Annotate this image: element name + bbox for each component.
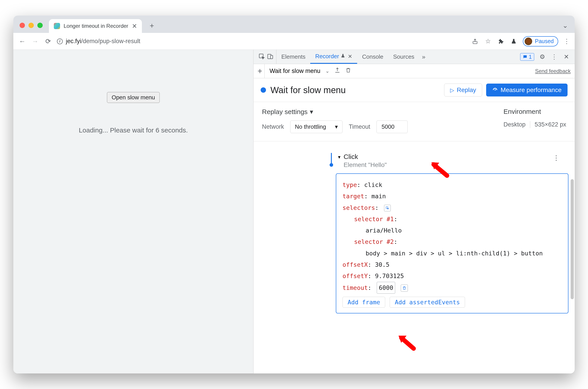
timeout-label: Timeout — [349, 123, 370, 130]
replay-button[interactable]: Replay — [444, 84, 482, 97]
tab-sources[interactable]: Sources — [388, 50, 419, 64]
prop-key-sel2: selector #2 — [354, 238, 394, 245]
prop-val-type[interactable]: click — [364, 181, 382, 188]
toolbar-right: ☆ Paused ⋮ — [471, 36, 570, 46]
svg-rect-3 — [271, 55, 273, 59]
new-recording-button[interactable]: + — [258, 64, 265, 78]
back-button[interactable]: ← — [18, 37, 26, 45]
recorder-header: Wait for slow menu Replay Measure perfor… — [253, 78, 575, 102]
share-icon[interactable] — [471, 37, 479, 45]
devtools-menu-icon[interactable]: ⋮ — [550, 53, 558, 61]
env-device: Desktop — [504, 121, 525, 128]
env-size: 535×622 px — [530, 121, 566, 128]
inspect-element-icon[interactable] — [258, 53, 265, 61]
issues-count: 1 — [529, 54, 532, 60]
favicon-icon — [54, 23, 60, 29]
delete-timeout-icon[interactable] — [401, 285, 408, 292]
browser-menu-button[interactable]: ⋮ — [563, 37, 570, 45]
pick-selector-icon[interactable] — [384, 205, 391, 211]
window-controls — [18, 23, 47, 33]
profile-paused-badge[interactable]: Paused — [523, 36, 558, 46]
recorder-steps-area: ▾ Click Element "Hello" ⋮ type: click ta… — [253, 141, 575, 373]
export-recording-icon[interactable] — [334, 67, 341, 75]
prop-key-offx: offsetX — [343, 261, 368, 268]
environment-title: Environment — [504, 108, 566, 115]
recorder-title: Wait for slow menu — [271, 85, 444, 95]
page-viewport: Open slow menu Loading... Please wait fo… — [13, 50, 253, 373]
recording-name[interactable]: Wait for slow menu — [270, 67, 320, 74]
network-throttling-select[interactable]: No throttling ▾ — [290, 121, 343, 133]
experiments-flask-icon[interactable] — [510, 37, 518, 45]
prop-val-offy[interactable]: 9.703125 — [375, 272, 404, 279]
prop-val-sel2[interactable]: body > main > div > ul > li:nth-child(1)… — [366, 250, 543, 257]
url-host: jec.fyi — [66, 38, 81, 44]
step-timeout-input[interactable]: 6000 — [377, 282, 395, 294]
reload-button[interactable]: ⟳ — [44, 37, 52, 45]
environment-block: Environment Desktop 535×622 px — [504, 108, 566, 133]
devtools-panel: Elements Recorder ✕ Console Sources » 1 — [253, 50, 575, 373]
prop-key-target: target — [343, 193, 364, 200]
prop-key-offy: offsetY — [343, 272, 368, 279]
prop-key-type: type — [343, 181, 357, 188]
browser-window: Longer timeout in Recorder ✕ + ⌄ ← → ⟳ i… — [13, 16, 575, 373]
forward-button[interactable]: → — [31, 37, 39, 45]
scrollbar[interactable] — [571, 179, 574, 299]
more-tabs-button[interactable]: » — [419, 53, 428, 61]
caret-down-icon: ▾ — [338, 154, 341, 160]
send-feedback-link[interactable]: Send feedback — [535, 68, 571, 74]
prop-val-sel1[interactable]: aria/Hello — [366, 227, 402, 234]
open-slow-menu-button[interactable]: Open slow menu — [107, 92, 160, 103]
step-menu-button[interactable]: ⋮ — [553, 154, 559, 162]
close-tab-recorder-icon[interactable]: ✕ — [348, 53, 352, 60]
devtools-tabstrip: Elements Recorder ✕ Console Sources » 1 — [253, 50, 575, 64]
network-label: Network — [262, 123, 284, 130]
extensions-icon[interactable] — [497, 37, 505, 45]
flask-icon — [341, 54, 345, 59]
new-tab-button[interactable]: + — [146, 20, 157, 31]
browser-chrome: Longer timeout in Recorder ✕ + ⌄ ← → ⟳ i… — [13, 16, 575, 50]
recording-dropdown-icon[interactable]: ⌄ — [325, 68, 329, 74]
prop-val-offx[interactable]: 30.5 — [375, 261, 389, 268]
step-subtitle: Element "Hello" — [344, 161, 387, 168]
url-display[interactable]: i jec.fyi/demo/pup-slow-result — [57, 38, 466, 45]
tab-recorder[interactable]: Recorder ✕ — [310, 50, 357, 64]
tab-console[interactable]: Console — [357, 50, 388, 64]
timeout-input[interactable]: 5000 — [377, 121, 408, 133]
replay-settings-toggle[interactable]: Replay settings ▾ — [262, 108, 408, 116]
close-window-icon[interactable] — [20, 23, 25, 28]
delete-recording-icon[interactable] — [345, 67, 351, 75]
content-area: Open slow menu Loading... Please wait fo… — [13, 50, 575, 373]
timeline-dot-icon — [330, 163, 333, 167]
maximize-window-icon[interactable] — [37, 23, 43, 28]
devtools-close-icon[interactable]: ✕ — [562, 53, 570, 61]
issues-badge[interactable]: 1 — [520, 53, 534, 61]
prop-key-timeout: timeout — [343, 284, 368, 291]
site-info-icon[interactable]: i — [57, 38, 63, 44]
avatar-icon — [525, 37, 532, 45]
address-bar: ← → ⟳ i jec.fyi/demo/pup-slow-result ☆ — [13, 33, 575, 50]
paused-label: Paused — [535, 38, 554, 44]
play-icon — [450, 87, 454, 94]
minimize-window-icon[interactable] — [29, 23, 34, 28]
tab-elements[interactable]: Elements — [277, 50, 310, 64]
step-header[interactable]: ▾ Click Element "Hello" ⋮ — [338, 153, 568, 168]
prop-key-selectors: selectors — [343, 204, 375, 211]
tab-list-dropdown[interactable]: ⌄ — [562, 22, 570, 33]
toggle-device-icon[interactable] — [267, 53, 274, 61]
tab-strip: Longer timeout in Recorder ✕ + ⌄ — [13, 16, 575, 33]
devtools-settings-icon[interactable]: ⚙ — [538, 53, 546, 61]
close-tab-icon[interactable]: ✕ — [132, 22, 137, 30]
browser-tab[interactable]: Longer timeout in Recorder ✕ — [49, 19, 142, 33]
timeline-line — [331, 153, 332, 163]
step-detail-panel: type: click target: main selectors: sele… — [336, 173, 568, 313]
recorder-toolbar: + Wait for slow menu ⌄ Send feedback — [253, 64, 575, 78]
add-asserted-events-button[interactable]: Add assertedEvents — [390, 297, 465, 308]
loading-text: Loading... Please wait for 6 seconds. — [79, 127, 188, 134]
prop-val-target[interactable]: main — [371, 193, 386, 200]
url-path: /demo/pup-slow-result — [81, 38, 140, 44]
add-frame-button[interactable]: Add frame — [343, 297, 385, 308]
measure-performance-button[interactable]: Measure performance — [486, 84, 568, 97]
select-caret-icon: ▾ — [335, 123, 338, 130]
bookmark-star-icon[interactable]: ☆ — [484, 37, 492, 45]
step-title: Click — [344, 153, 387, 161]
